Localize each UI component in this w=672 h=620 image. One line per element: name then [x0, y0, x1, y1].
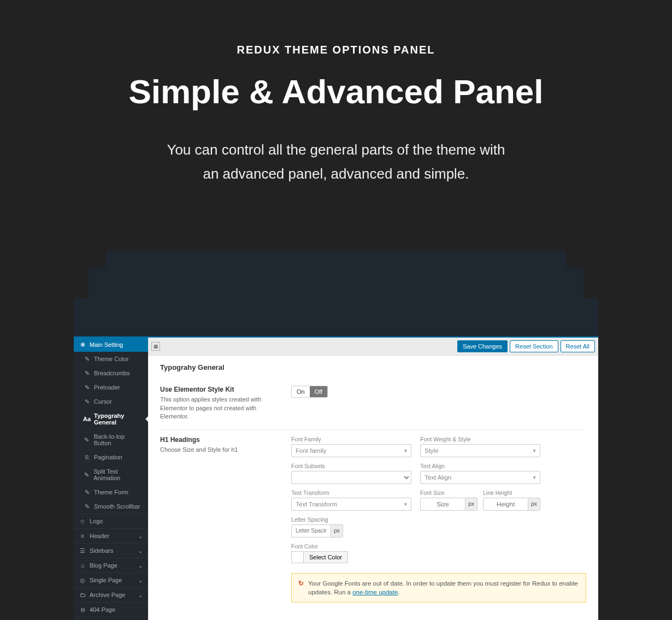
- pencil-icon: ✎: [84, 436, 90, 443]
- field-font-weight: Font Weight & Style Style: [420, 436, 540, 457]
- font-size-input[interactable]: [420, 498, 465, 511]
- menu-icon: ≡: [79, 533, 86, 539]
- text-align-select[interactable]: Text Align: [420, 471, 540, 484]
- hero: REDUX THEME OPTIONS PANEL Simple & Advan…: [0, 0, 672, 219]
- sidebar-item-logo[interactable]: ☆Logo: [74, 513, 148, 528]
- typography-grid: Font Family Font family Font Weight & St…: [291, 436, 586, 563]
- field-letter-spacing: Letter Spacing px: [291, 516, 343, 538]
- font-subsets-select[interactable]: [291, 471, 411, 484]
- stack-layer: [106, 251, 566, 268]
- stack-layer: [89, 268, 583, 298]
- sidebar-item-back-to-top[interactable]: ✎Back-to-top Button: [74, 429, 148, 450]
- pencil-icon: ✎: [84, 384, 90, 391]
- topbar: ▦ Save Changes Reset Section Reset All: [148, 338, 598, 356]
- sidebar-item-header[interactable]: ≡Header⌄: [74, 528, 148, 543]
- pencil-icon: ✎: [84, 398, 90, 405]
- toggle-on[interactable]: On: [292, 386, 310, 397]
- unit-px: px: [331, 524, 343, 538]
- pencil-icon: ✎: [84, 370, 90, 376]
- expand-icon[interactable]: ▦: [151, 342, 160, 351]
- row-control: Font Family Font family Font Weight & St…: [291, 436, 586, 603]
- sidebar-item-preloader[interactable]: ✎Preloader: [74, 380, 148, 394]
- reset-all-button[interactable]: Reset All: [561, 340, 595, 352]
- letter-spacing-input[interactable]: [291, 524, 331, 538]
- folder-icon: 🗀: [79, 592, 86, 598]
- hero-title: Simple & Advanced Panel: [0, 74, 672, 109]
- field-font-subsets: Font Subsets: [291, 463, 411, 484]
- row-style-kit: Use Elementor Style Kit This option appl…: [160, 380, 586, 430]
- pencil-icon: ✎: [84, 356, 90, 362]
- hero-eyebrow: REDUX THEME OPTIONS PANEL: [0, 44, 672, 56]
- sidebar-item-smooth-scrollbar[interactable]: ✎Smooth Scrollbar: [74, 499, 148, 513]
- color-swatch[interactable]: [291, 551, 303, 563]
- pencil-icon: ✎: [84, 471, 90, 478]
- field-line-height: Line Height px: [483, 489, 540, 511]
- aa-icon: Aa: [84, 416, 90, 422]
- sidebar-item-404-page[interactable]: ⊖404 Page: [74, 602, 148, 617]
- options-panel: ✻ Main Setting ✎Theme Color ✎Breadcrumbs…: [74, 336, 598, 620]
- gear-icon: ✻: [79, 341, 86, 348]
- font-weight-select[interactable]: Style: [420, 444, 540, 457]
- style-kit-toggle[interactable]: On Off: [291, 386, 328, 398]
- select-color-button[interactable]: Select Color: [303, 551, 348, 563]
- star-icon: ☆: [79, 518, 86, 524]
- sidebar-item-theme-form[interactable]: ✎Theme Form: [74, 485, 148, 499]
- section-title: Typograhy General: [160, 363, 586, 371]
- sidebar: ✻ Main Setting ✎Theme Color ✎Breadcrumbs…: [74, 338, 148, 620]
- refresh-icon: ↻: [298, 579, 304, 588]
- sidebar-item-sidebars[interactable]: ☰Sidebars⌄: [74, 543, 148, 558]
- chevron-down-icon: ⌄: [138, 592, 143, 598]
- unit-px: px: [465, 498, 478, 511]
- home-icon: ⌂: [79, 562, 86, 569]
- pencil-icon: ✎: [84, 489, 90, 495]
- sidebar-item-split-text[interactable]: ✎Split Text Animation: [74, 464, 148, 485]
- field-font-family: Font Family Font family: [291, 436, 411, 457]
- sidebar-item-typography-general[interactable]: AaTypograhy General: [74, 409, 148, 429]
- hero-desc: You can control all the general parts of…: [0, 138, 672, 186]
- field-font-size: Font Size px: [420, 489, 478, 511]
- row-label: H1 Headings Choose Size and Style for h1: [160, 436, 291, 603]
- notice-text: Your Google Fonts are out of date. In or…: [308, 579, 579, 597]
- sidebar-item-cursor[interactable]: ✎Cursor: [74, 394, 148, 409]
- sidebar-item-main-setting[interactable]: ✻ Main Setting: [74, 338, 148, 352]
- field-font-color: Font Color Select Color: [291, 543, 411, 563]
- content: ▦ Save Changes Reset Section Reset All T…: [148, 338, 598, 620]
- line-height-input[interactable]: [483, 498, 528, 511]
- sidebar-item-breadcrumbs[interactable]: ✎Breadcrumbs: [74, 366, 148, 380]
- sidebar-item-single-page[interactable]: ◎Single Page⌄: [74, 572, 148, 587]
- unit-px: px: [528, 498, 540, 511]
- sidebar-item-search-page[interactable]: ⌕Search Page: [74, 617, 148, 620]
- font-family-select[interactable]: Font family: [291, 444, 411, 457]
- row-control: On Off: [291, 386, 586, 421]
- google-fonts-notice: ↻ Your Google Fonts are out of date. In …: [291, 573, 586, 603]
- field-text-transform: Text Transform Text Transform: [291, 489, 411, 511]
- field-text-align: Text Align Text Align: [420, 463, 540, 484]
- one-time-update-link[interactable]: one-time update: [352, 589, 398, 595]
- sidebar-item-blog-page[interactable]: ⌂Blog Page⌄: [74, 558, 148, 572]
- chevron-down-icon: ⌄: [138, 548, 143, 554]
- pencil-icon: ✎: [84, 503, 90, 510]
- text-transform-select[interactable]: Text Transform: [291, 498, 411, 511]
- reset-section-button[interactable]: Reset Section: [510, 340, 558, 352]
- chevron-down-icon: ⌄: [138, 577, 143, 583]
- list-icon: ☰: [79, 547, 86, 554]
- main: Typograhy General Use Elementor Style Ki…: [148, 356, 598, 618]
- frame-stack: ✻ Main Setting ✎Theme Color ✎Breadcrumbs…: [51, 251, 621, 620]
- save-button[interactable]: Save Changes: [457, 340, 508, 352]
- row-h1: H1 Headings Choose Size and Style for h1…: [160, 430, 586, 611]
- sidebar-item-pagination[interactable]: ⎘Pagination: [74, 450, 148, 464]
- link-icon: ⎘: [84, 454, 90, 460]
- minus-circle-icon: ⊖: [79, 606, 86, 613]
- row-label: Use Elementor Style Kit This option appl…: [160, 386, 291, 421]
- sidebar-item-archive-page[interactable]: 🗀Archive Page⌄: [74, 587, 148, 602]
- chevron-down-icon: ⌄: [138, 563, 143, 569]
- toggle-off[interactable]: Off: [310, 386, 327, 397]
- chevron-down-icon: ⌄: [138, 533, 143, 539]
- topbar-actions: Save Changes Reset Section Reset All: [457, 340, 595, 352]
- sidebar-item-theme-color[interactable]: ✎Theme Color: [74, 352, 148, 366]
- circle-icon: ◎: [79, 577, 86, 583]
- stack-layer: [74, 298, 598, 336]
